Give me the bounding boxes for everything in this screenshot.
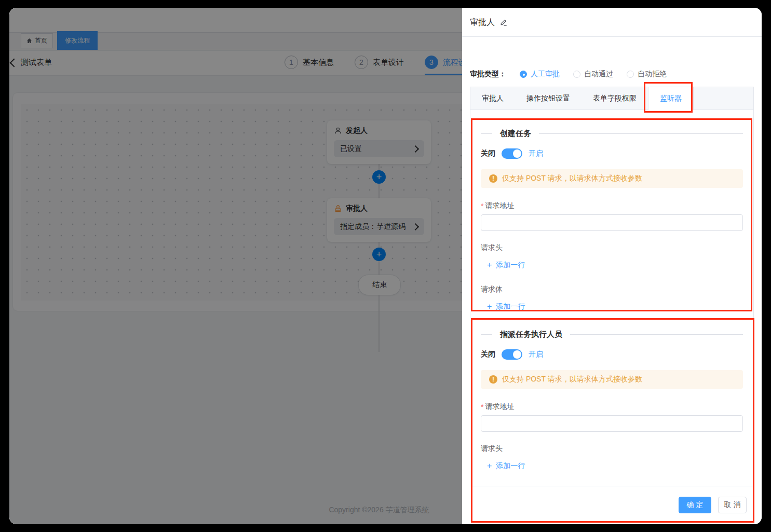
- alert-text: 仅支持 POST 请求，以请求体方式接收参数: [502, 174, 642, 183]
- add-row-label: 添加一行: [496, 302, 525, 311]
- app-window: 首页 修改流程 测试表单 1 基本信息 2 表单设计 3 流程设计: [9, 8, 762, 524]
- radio-icon: [627, 71, 634, 78]
- create-task-switch[interactable]: [502, 148, 522, 159]
- flow-designer-page: 首页 修改流程 测试表单 1 基本信息 2 表单设计 3 流程设计: [9, 8, 462, 524]
- tab-action-buttons[interactable]: 操作按钮设置: [515, 87, 581, 110]
- warning-icon: !: [489, 174, 497, 183]
- radio-label: 人工审批: [531, 70, 560, 79]
- request-url-label: 请求地址: [485, 201, 514, 211]
- add-header-row-link[interactable]: + 添加一行: [481, 261, 743, 269]
- radio-auto-pass[interactable]: 自动通过: [573, 70, 613, 79]
- toggle-on-label: 开启: [529, 149, 543, 158]
- edit-icon[interactable]: [499, 19, 507, 26]
- assign-executor-toggle-row: 关闭 开启: [481, 349, 743, 360]
- request-url-label: 请求地址: [485, 402, 514, 412]
- plus-icon: +: [487, 462, 492, 470]
- confirm-button[interactable]: 确 定: [679, 497, 711, 513]
- plus-icon: +: [487, 261, 492, 269]
- request-body-label: 请求体: [481, 285, 743, 294]
- section-title: 指派任务执行人员: [500, 330, 562, 339]
- section-divider-create-task: 创建任务: [481, 128, 743, 139]
- toggle-off-label: 关闭: [481, 350, 495, 359]
- approve-type-group: 审批类型： 人工审批 自动通过 自动拒绝: [470, 70, 667, 79]
- request-headers-label: 请求头: [481, 444, 743, 453]
- request-url-input[interactable]: [481, 415, 743, 432]
- request-url-label-row: * 请求地址: [481, 402, 743, 411]
- radio-icon: [520, 71, 527, 78]
- radio-auto-reject[interactable]: 自动拒绝: [627, 70, 667, 79]
- post-only-alert: ! 仅支持 POST 请求，以请求体方式接收参数: [481, 370, 743, 389]
- alert-text: 仅支持 POST 请求，以请求体方式接收参数: [502, 375, 642, 384]
- radio-label: 自动通过: [584, 70, 613, 79]
- required-asterisk: *: [481, 403, 483, 411]
- post-only-alert: ! 仅支持 POST 请求，以请求体方式接收参数: [481, 169, 743, 188]
- toggle-on-label: 开启: [529, 350, 543, 359]
- modal-overlay[interactable]: [9, 8, 462, 524]
- request-url-input[interactable]: [481, 214, 743, 231]
- tabs-header: 审批人 操作按钮设置 表单字段权限 监听器: [470, 87, 753, 110]
- add-row-label: 添加一行: [496, 261, 525, 270]
- approver-settings-drawer: 审批人 审批类型： 人工审批 自动通过 自动拒绝: [462, 8, 762, 524]
- listener-tab-pane: 创建任务 关闭 开启 ! 仅支持 POST 请求，以请求体方式接收参数 * 请求…: [470, 110, 753, 486]
- request-headers-label: 请求头: [481, 243, 743, 252]
- add-body-row-link[interactable]: + 添加一行: [481, 302, 743, 311]
- tab-listener[interactable]: 监听器: [648, 87, 694, 110]
- approve-type-label: 审批类型：: [470, 70, 506, 79]
- create-task-toggle-row: 关闭 开启: [481, 148, 743, 159]
- add-row-label: 添加一行: [496, 461, 525, 471]
- warning-icon: !: [489, 375, 497, 384]
- assign-executor-switch[interactable]: [502, 349, 522, 360]
- plus-icon: +: [487, 303, 492, 311]
- cancel-button[interactable]: 取 消: [718, 497, 747, 513]
- drawer-footer: 确 定 取 消: [462, 486, 762, 524]
- radio-label: 自动拒绝: [638, 70, 667, 79]
- toggle-off-label: 关闭: [481, 149, 495, 158]
- request-url-label-row: * 请求地址: [481, 201, 743, 210]
- drawer-title: 审批人: [470, 17, 495, 28]
- required-asterisk: *: [481, 202, 483, 210]
- section-title: 创建任务: [500, 129, 531, 139]
- section-divider-assign-executor: 指派任务执行人员: [481, 329, 743, 340]
- tab-form-field-perms[interactable]: 表单字段权限: [581, 87, 648, 110]
- radio-manual-approve[interactable]: 人工审批: [520, 70, 560, 79]
- settings-tabs-card: 审批人 操作按钮设置 表单字段权限 监听器 创建任务 关闭 开启 ! 仅支持 P…: [470, 87, 754, 486]
- tab-approver[interactable]: 审批人: [470, 87, 515, 110]
- drawer-header-divider: [462, 36, 762, 37]
- radio-icon: [573, 71, 580, 78]
- add-header-row-link[interactable]: + 添加一行: [481, 461, 743, 470]
